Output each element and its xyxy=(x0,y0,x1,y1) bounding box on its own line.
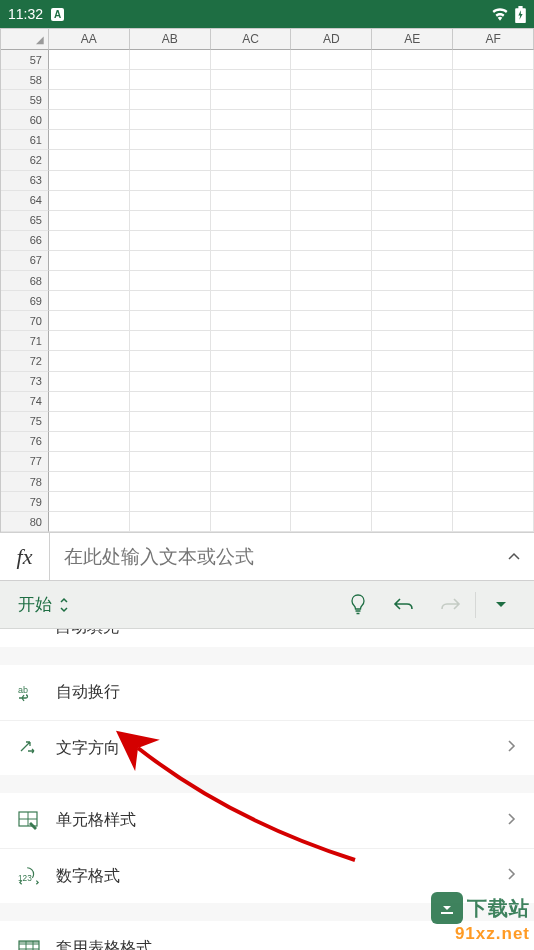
cell[interactable] xyxy=(130,191,211,211)
cell[interactable] xyxy=(130,432,211,452)
row-header[interactable]: 72 xyxy=(1,351,49,371)
row-header[interactable]: 75 xyxy=(1,412,49,432)
cell[interactable] xyxy=(372,171,453,191)
cell[interactable] xyxy=(211,412,292,432)
cell[interactable] xyxy=(291,452,372,472)
cell[interactable] xyxy=(291,372,372,392)
row-header[interactable]: 79 xyxy=(1,492,49,512)
cell[interactable] xyxy=(49,492,130,512)
row-header[interactable]: 62 xyxy=(1,150,49,170)
row-header[interactable]: 78 xyxy=(1,472,49,492)
option-cell-styles[interactable]: 单元格样式 xyxy=(0,793,534,848)
redo-button[interactable] xyxy=(427,581,473,629)
col-header[interactable]: AD xyxy=(291,29,372,50)
col-header[interactable]: AE xyxy=(372,29,453,50)
cell[interactable] xyxy=(453,50,534,70)
grid-row[interactable]: 70 xyxy=(1,311,534,331)
cell[interactable] xyxy=(372,311,453,331)
grid-row[interactable]: 61 xyxy=(1,130,534,150)
cell[interactable] xyxy=(130,110,211,130)
cell[interactable] xyxy=(130,130,211,150)
cell[interactable] xyxy=(453,331,534,351)
grid-row[interactable]: 73 xyxy=(1,372,534,392)
row-header[interactable]: 61 xyxy=(1,130,49,150)
cell[interactable] xyxy=(130,271,211,291)
cell[interactable] xyxy=(453,271,534,291)
grid-row[interactable]: 63 xyxy=(1,171,534,191)
option-number-format[interactable]: 123 数字格式 xyxy=(0,848,534,903)
cell[interactable] xyxy=(291,150,372,170)
row-header[interactable]: 60 xyxy=(1,110,49,130)
cell[interactable] xyxy=(130,171,211,191)
grid-row[interactable]: 80 xyxy=(1,512,534,532)
cell[interactable] xyxy=(211,331,292,351)
grid-row[interactable]: 71 xyxy=(1,331,534,351)
cell[interactable] xyxy=(453,130,534,150)
cell[interactable] xyxy=(372,191,453,211)
cell[interactable] xyxy=(49,392,130,412)
cell[interactable] xyxy=(291,492,372,512)
grid-row[interactable]: 60 xyxy=(1,110,534,130)
cell[interactable] xyxy=(49,331,130,351)
ideas-button[interactable] xyxy=(335,581,381,629)
grid-row[interactable]: 76 xyxy=(1,432,534,452)
row-header[interactable]: 74 xyxy=(1,392,49,412)
cell[interactable] xyxy=(291,432,372,452)
row-header[interactable]: 67 xyxy=(1,251,49,271)
grid-row[interactable]: 58 xyxy=(1,70,534,90)
cell[interactable] xyxy=(453,392,534,412)
cell[interactable] xyxy=(291,291,372,311)
expand-formula-icon[interactable] xyxy=(494,550,534,564)
cell[interactable] xyxy=(49,191,130,211)
row-header[interactable]: 66 xyxy=(1,231,49,251)
cell[interactable] xyxy=(211,150,292,170)
cell[interactable] xyxy=(211,271,292,291)
cell[interactable] xyxy=(372,331,453,351)
fx-icon[interactable]: fx xyxy=(0,533,50,580)
grid-row[interactable]: 64 xyxy=(1,191,534,211)
row-header[interactable]: 77 xyxy=(1,452,49,472)
grid-row[interactable]: 78 xyxy=(1,472,534,492)
grid-row[interactable]: 62 xyxy=(1,150,534,170)
cell[interactable] xyxy=(372,50,453,70)
col-header[interactable]: AB xyxy=(130,29,211,50)
grid-row[interactable]: 75 xyxy=(1,412,534,432)
cell[interactable] xyxy=(291,70,372,90)
grid-row[interactable]: 65 xyxy=(1,211,534,231)
cell[interactable] xyxy=(453,211,534,231)
cell[interactable] xyxy=(49,130,130,150)
more-button[interactable] xyxy=(478,581,524,629)
row-header[interactable]: 57 xyxy=(1,50,49,70)
row-header[interactable]: 58 xyxy=(1,70,49,90)
grid-row[interactable]: 79 xyxy=(1,492,534,512)
row-header[interactable]: 63 xyxy=(1,171,49,191)
cell[interactable] xyxy=(211,512,292,532)
cell[interactable] xyxy=(211,130,292,150)
cell[interactable] xyxy=(453,110,534,130)
cell[interactable] xyxy=(453,291,534,311)
cell[interactable] xyxy=(291,392,372,412)
cell[interactable] xyxy=(453,512,534,532)
cell[interactable] xyxy=(49,50,130,70)
col-header[interactable]: AC xyxy=(211,29,292,50)
cell[interactable] xyxy=(453,472,534,492)
cell[interactable] xyxy=(211,372,292,392)
cell[interactable] xyxy=(130,492,211,512)
cell[interactable] xyxy=(453,231,534,251)
option-table-format[interactable]: 套用表格格式 xyxy=(0,921,534,950)
cell[interactable] xyxy=(453,311,534,331)
cell[interactable] xyxy=(372,432,453,452)
cell[interactable] xyxy=(211,90,292,110)
cell[interactable] xyxy=(49,211,130,231)
column-header-row[interactable]: AA AB AC AD AE AF xyxy=(1,29,534,50)
cell[interactable] xyxy=(130,311,211,331)
cell[interactable] xyxy=(291,191,372,211)
option-wrap-text[interactable]: ab 自动换行 xyxy=(0,665,534,720)
cell[interactable] xyxy=(130,150,211,170)
cell[interactable] xyxy=(453,432,534,452)
cell[interactable] xyxy=(291,251,372,271)
cell[interactable] xyxy=(453,171,534,191)
cell[interactable] xyxy=(453,412,534,432)
grid-row[interactable]: 66 xyxy=(1,231,534,251)
cell[interactable] xyxy=(453,90,534,110)
